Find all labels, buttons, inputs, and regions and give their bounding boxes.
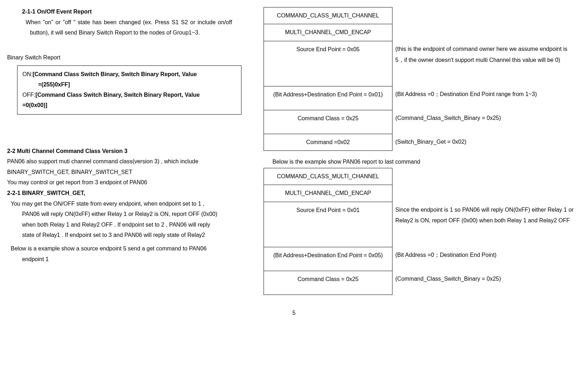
t2-r3-left: Source End Point = 0x01 (264, 202, 392, 247)
t1-r1-right (392, 7, 581, 41)
t2-r5-left: Command Class = 0x25 (264, 271, 392, 295)
t2-r5-right: (Command_Class_Switch_Binary = 0x25) (392, 271, 581, 295)
para-2-2-1-f: endpoint 1 (7, 255, 249, 264)
table2-caption: Below is the example show PAN06 report t… (264, 157, 581, 166)
t2-r3-right: Since the endpoint is 1 so PAN06 will re… (392, 202, 581, 247)
para-2-1-1-b: button), it will send Binary Switch Repo… (7, 28, 249, 37)
t1-r5-left: Command Class = 0x25 (264, 110, 392, 134)
box-off-body-1: [Command Class Switch Binary, Switch Bin… (35, 92, 199, 98)
t1-r3-right: (this is the endpoint of command owner h… (392, 41, 581, 86)
command-table-2: COMMAND_CLASS_MULTI_CHANNEL MULTI_CHANNE… (264, 168, 581, 295)
box-off-prefix: OFF: (22, 92, 35, 98)
t1-r6-right: (Switch_Binary_Get = 0x02) (392, 134, 581, 150)
box-off-body-2: =0(0x00)] (22, 100, 236, 111)
para-2-2-b: BINARY_SWITCH_GET, BINARY_SWITCH_SET (7, 168, 249, 177)
t1-r1-left: COMMAND_CLASS_MULTI_CHANNEL (264, 7, 392, 24)
para-2-2-1-d: state of Relay1 . If endpoint set to 3 a… (7, 231, 249, 240)
binary-switch-report-title: Binary Switch Report (7, 53, 249, 62)
box-on-body-2: =(255)0xFF] (22, 80, 236, 90)
t2-r4-right: (Bit Address =0；Destination End Point) (392, 247, 581, 271)
para-2-2-a: PAN06 also support muti channel command … (7, 157, 249, 166)
para-2-2-1-a: You may get the ON/OFF state from every … (7, 199, 249, 208)
heading-2-1-1: 2-1-1 On/Off Event Report (7, 7, 249, 16)
heading-2-2-1: 2-2-1 BINARY_SWITCH_GET, (7, 189, 249, 198)
para-2-2-c: You may control or get report from 3 end… (7, 178, 249, 187)
t1-r2-left: MULTI_CHANNEL_CMD_ENCAP (264, 24, 392, 41)
para-2-2-1-c: when both Relay 1 and Relay2 OFF . If en… (7, 220, 249, 229)
command-table-1: COMMAND_CLASS_MULTI_CHANNEL MULTI_CHANNE… (264, 7, 581, 151)
heading-2-2: 2-2 Multi Channel Command Class Version … (7, 147, 249, 156)
page-number: 5 (7, 308, 581, 318)
box-on-body-1: [Command Class Switch Binary, Switch Bin… (32, 71, 197, 77)
binary-switch-report-box: ON:[Command Class Switch Binary, Switch … (17, 65, 241, 114)
t2-r1-left: COMMAND_CLASS_MULTI_CHANNEL (264, 168, 392, 185)
t1-r4-left: (Bit Address+Destination End Point = 0x0… (264, 86, 392, 110)
t2-r4-left: (Bit Address+Destination End Point = 0x0… (264, 247, 392, 271)
para-2-1-1-a: When "on" or "off " state has been chang… (7, 18, 249, 27)
t2-r2-left: MULTI_CHANNEL_CMD_ENCAP (264, 185, 392, 202)
t1-r4-right: (Bit Address =0；Destination End Point ra… (392, 86, 581, 110)
para-2-2-1-e: Below is a example show a source endpoin… (7, 244, 249, 253)
t1-r6-left: Command =0x02 (264, 134, 392, 150)
t2-r1-right (392, 168, 581, 202)
t1-r3-left: Source End Point = 0x05 (264, 41, 392, 86)
para-2-2-1-b: PAN06 will reply ON(0xFF) either Relay 1… (7, 210, 249, 219)
t1-r5-right: (Command_Class_Switch_Binary = 0x25) (392, 110, 581, 134)
box-on-prefix: ON: (22, 71, 32, 77)
